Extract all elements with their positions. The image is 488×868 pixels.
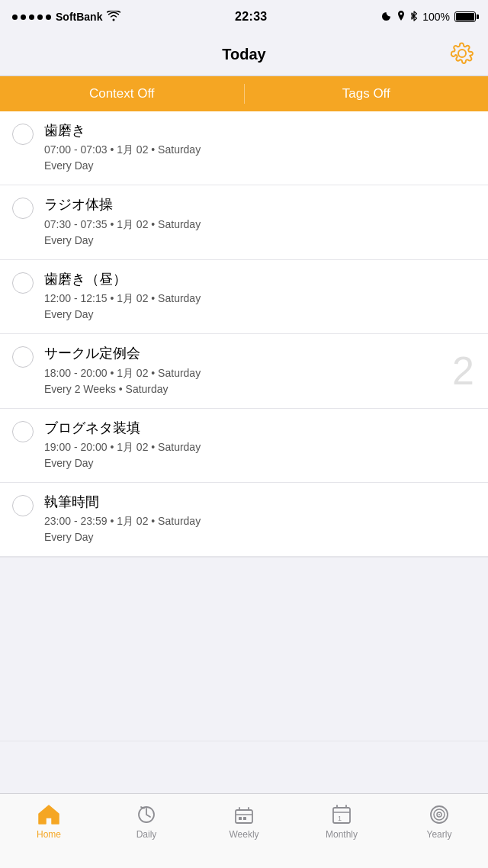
task-list: 歯磨き07:00 - 07:03 • 1月 02 • SaturdayEvery…	[0, 111, 488, 557]
status-time: 22:33	[235, 10, 267, 24]
task-item-1[interactable]: 歯磨き07:00 - 07:03 • 1月 02 • SaturdayEvery…	[0, 111, 488, 185]
task-detail2-4: Every 2 Weeks • Saturday	[44, 381, 476, 397]
task-detail2-1: Every Day	[44, 158, 476, 174]
task-title-3: 歯磨き（昼）	[44, 271, 476, 288]
home-tab-label: Home	[37, 829, 61, 840]
carrier-name: SoftBank	[56, 11, 102, 23]
tab-home[interactable]: Home	[0, 800, 98, 840]
task-title-6: 執筆時間	[44, 493, 476, 511]
empty-area	[0, 557, 488, 801]
svg-rect-1	[236, 810, 252, 823]
task-title-5: ブログネタ装填	[44, 420, 476, 437]
yearly-tab-label: Yearly	[427, 829, 452, 840]
status-right: 100%	[381, 11, 476, 24]
daily-icon	[135, 803, 158, 826]
task-checkbox-4[interactable]	[12, 346, 34, 368]
task-detail2-3: Every Day	[44, 307, 476, 323]
task-checkbox-6[interactable]	[12, 495, 34, 516]
task-item-3[interactable]: 歯磨き（昼）12:00 - 12:15 • 1月 02 • SaturdayEv…	[0, 260, 488, 334]
tab-yearly[interactable]: Yearly	[390, 800, 488, 840]
battery-percent: 100%	[422, 11, 450, 23]
context-toggle[interactable]: Context Off	[0, 76, 244, 111]
settings-button[interactable]	[450, 41, 474, 69]
task-checkbox-2[interactable]	[12, 198, 34, 219]
task-title-2: ラジオ体操	[44, 196, 476, 214]
task-detail1-6: 23:00 - 23:59 • 1月 02 • Saturday	[44, 513, 476, 529]
task-detail1-5: 19:00 - 20:00 • 1月 02 • Saturday	[44, 439, 476, 455]
task-content-6: 執筆時間23:00 - 23:59 • 1月 02 • SaturdayEver…	[44, 493, 476, 545]
svg-point-9	[438, 814, 440, 815]
monthly-icon: 1	[330, 803, 353, 826]
task-content-3: 歯磨き（昼）12:00 - 12:15 • 1月 02 • SaturdayEv…	[44, 271, 476, 323]
task-checkbox-5[interactable]	[12, 421, 34, 442]
tab-bar: HomeDailyWeekly1MonthlyYearly	[0, 793, 488, 868]
nav-bar: Today	[0, 34, 488, 76]
yearly-icon	[428, 803, 451, 826]
status-left: SoftBank	[12, 9, 120, 25]
task-item-6[interactable]: 執筆時間23:00 - 23:59 • 1月 02 • SaturdayEver…	[0, 483, 488, 557]
task-title-4: サークル定例会	[44, 345, 476, 362]
task-item-2[interactable]: ラジオ体操07:30 - 07:35 • 1月 02 • SaturdayEve…	[0, 185, 488, 259]
moon-icon	[381, 11, 392, 24]
task-content-5: ブログネタ装填19:00 - 20:00 • 1月 02 • SaturdayE…	[44, 420, 476, 471]
task-detail2-6: Every Day	[44, 529, 476, 545]
task-detail1-3: 12:00 - 12:15 • 1月 02 • Saturday	[44, 291, 476, 307]
task-title-1: 歯磨き	[44, 122, 476, 140]
task-content-2: ラジオ体操07:30 - 07:35 • 1月 02 • SaturdayEve…	[44, 196, 476, 248]
task-detail2-2: Every Day	[44, 233, 476, 249]
bluetooth-icon	[410, 11, 418, 24]
weekly-icon	[233, 803, 255, 826]
wifi-icon	[107, 9, 120, 25]
signal-dots	[12, 14, 51, 20]
task-detail2-5: Every Day	[44, 455, 476, 471]
task-badge-4: 2	[452, 351, 474, 391]
task-checkbox-3[interactable]	[12, 272, 34, 294]
task-item-4[interactable]: サークル定例会18:00 - 20:00 • 1月 02 • SaturdayE…	[0, 334, 488, 408]
weekly-tab-label: Weekly	[229, 829, 258, 840]
task-detail1-4: 18:00 - 20:00 • 1月 02 • Saturday	[44, 365, 476, 381]
status-bar: SoftBank 22:33	[0, 0, 488, 34]
daily-tab-label: Daily	[136, 829, 157, 840]
battery-icon	[454, 11, 476, 22]
monthly-tab-label: Monthly	[326, 829, 358, 840]
location-icon	[396, 11, 406, 24]
task-detail1-2: 07:30 - 07:35 • 1月 02 • Saturday	[44, 217, 476, 233]
task-checkbox-1[interactable]	[12, 124, 34, 145]
page-title: Today	[222, 46, 265, 63]
home-icon	[37, 803, 60, 826]
empty-divider	[0, 741, 488, 741]
task-content-1: 歯磨き07:00 - 07:03 • 1月 02 • SaturdayEvery…	[44, 122, 476, 174]
tags-toggle[interactable]: Tags Off	[245, 76, 489, 111]
svg-text:1: 1	[338, 815, 342, 822]
task-content-4: サークル定例会18:00 - 20:00 • 1月 02 • SaturdayE…	[44, 345, 476, 397]
tab-daily[interactable]: Daily	[98, 800, 195, 840]
toggle-bar: Context Off Tags Off	[0, 76, 488, 111]
svg-rect-2	[239, 817, 242, 820]
task-detail1-1: 07:00 - 07:03 • 1月 02 • Saturday	[44, 142, 476, 158]
tab-weekly[interactable]: Weekly	[195, 800, 293, 840]
svg-rect-3	[243, 817, 246, 820]
task-item-5[interactable]: ブログネタ装填19:00 - 20:00 • 1月 02 • SaturdayE…	[0, 409, 488, 483]
tab-monthly[interactable]: 1Monthly	[293, 800, 390, 840]
